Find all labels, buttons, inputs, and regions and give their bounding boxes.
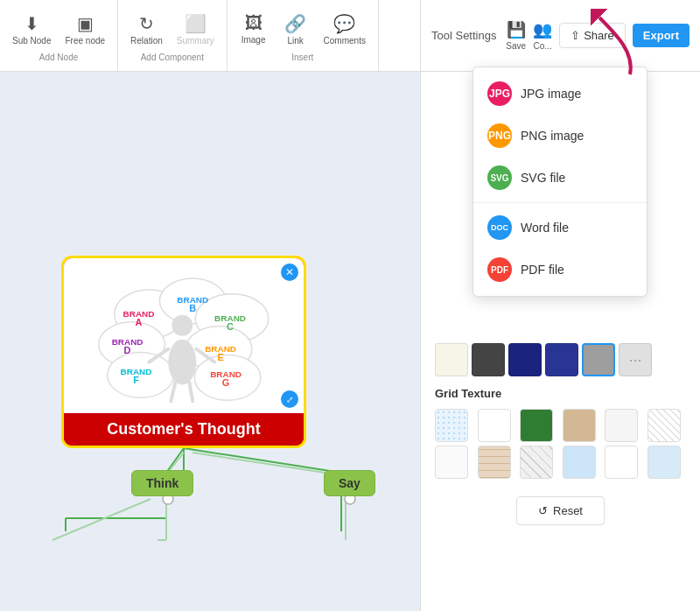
free-node-button[interactable]: ▣ Free node: [60, 10, 110, 49]
svg-text:D: D: [123, 344, 130, 355]
texture-1[interactable]: [435, 409, 468, 442]
svg-icon: SVG: [487, 165, 512, 190]
image-button[interactable]: 🖼 Image: [234, 10, 273, 48]
node-close-button[interactable]: ✕: [281, 263, 298, 281]
swatch-dark[interactable]: [472, 343, 505, 376]
texture-6[interactable]: [648, 409, 681, 442]
reset-label: Reset: [553, 504, 583, 517]
tool-settings-title: Tool Settings: [431, 29, 496, 42]
color-swatches: ···: [435, 343, 686, 376]
image-icon: 🖼: [245, 13, 262, 33]
swatch-darkblue[interactable]: [545, 343, 578, 376]
node-image-area: ✕ BRAND: [64, 258, 304, 413]
svg-text:B: B: [189, 303, 196, 313]
pdf-icon: PDF: [487, 257, 512, 282]
swatch-beige[interactable]: [435, 343, 468, 376]
texture-5[interactable]: [605, 409, 638, 442]
texture-9[interactable]: [520, 446, 553, 479]
svg-text:C: C: [227, 321, 234, 332]
word-icon: DOC: [487, 215, 512, 240]
add-component-section: ↻ Relation ⬜ Summary Add Component: [118, 0, 228, 71]
co-label: Co...: [534, 41, 552, 51]
png-icon: PNG: [487, 123, 512, 148]
svg-line-20: [189, 382, 192, 401]
svg-line-19: [171, 382, 175, 401]
svg-line-36: [192, 453, 337, 474]
svg-line-2: [184, 448, 341, 473]
reset-icon: ↺: [538, 504, 548, 517]
comments-label: Comments: [324, 36, 366, 46]
free-node-label: Free node: [65, 36, 105, 46]
canvas-area: ✕ BRAND: [0, 72, 420, 611]
export-dropdown: JPG JPG image PNG PNG image SVG SVG file…: [472, 67, 648, 297]
right-panel: Tool Settings 💾 Save 👥 Co... ⇧ Share Exp…: [420, 0, 700, 611]
texture-12[interactable]: [648, 446, 681, 479]
swatch-more[interactable]: ···: [619, 343, 652, 376]
link-button[interactable]: 🔗 Link: [276, 10, 315, 49]
texture-8[interactable]: [478, 446, 511, 479]
comments-button[interactable]: 💬 Comments: [318, 10, 371, 49]
share-icon: ⇧: [570, 29, 580, 42]
jpg-icon: JPG: [487, 81, 512, 106]
texture-grid: [435, 409, 686, 479]
reset-button[interactable]: ↺ Reset: [516, 496, 605, 525]
export-pdf-item[interactable]: PDF PDF file: [473, 249, 647, 291]
panel-content: ··· Grid Texture ↺ Reset: [421, 333, 700, 543]
texture-11[interactable]: [605, 446, 638, 479]
sub-node-button[interactable]: ⬇ Sub Node: [7, 10, 56, 49]
svg-point-15: [172, 315, 192, 336]
save-icon: 💾: [507, 20, 526, 39]
comments-icon: 💬: [333, 13, 355, 34]
tool-settings-header: Tool Settings 💾 Save 👥 Co... ⇧ Share Exp…: [421, 0, 700, 72]
add-component-title: Add Component: [141, 53, 204, 62]
image-label: Image: [242, 35, 266, 45]
co-icon: 👥: [533, 20, 552, 39]
link-label: Link: [287, 36, 303, 46]
texture-4[interactable]: [563, 409, 596, 442]
texture-10[interactable]: [563, 446, 596, 479]
relation-label: Relation: [130, 36, 163, 46]
insert-section: 🖼 Image 🔗 Link 💬 Comments Insert: [228, 0, 379, 71]
svg-line-1: [166, 448, 184, 473]
summary-label: Summary: [177, 36, 214, 46]
reset-container: ↺ Reset: [435, 489, 686, 532]
link-icon: 🔗: [284, 13, 306, 34]
main-node-label: Customer's Thought: [64, 413, 304, 446]
export-png-item[interactable]: PNG PNG image: [473, 115, 647, 157]
export-word-item[interactable]: DOC Word file: [473, 207, 647, 249]
free-node-icon: ▣: [77, 13, 94, 34]
add-node-title: Add Node: [39, 53, 78, 62]
grid-texture-title: Grid Texture: [435, 387, 686, 400]
texture-3[interactable]: [520, 409, 553, 442]
relation-icon: ↻: [139, 13, 154, 34]
red-arrow: [591, 9, 643, 82]
swatch-navy[interactable]: [508, 343, 542, 376]
say-node[interactable]: Say: [324, 470, 375, 496]
export-svg-item[interactable]: SVG SVG file: [473, 157, 647, 199]
brand-cloud-image: BRAND A BRAND B BRAND C BRAND D BRAND E …: [76, 266, 292, 405]
summary-button[interactable]: ⬜ Summary: [172, 10, 220, 49]
sub-node-icon: ⬇: [24, 13, 39, 34]
svg-label: SVG file: [521, 171, 565, 185]
texture-7[interactable]: [435, 446, 468, 479]
summary-icon: ⬜: [185, 13, 206, 34]
jpg-label: JPG image: [521, 87, 581, 101]
relation-button[interactable]: ↻ Relation: [125, 10, 168, 49]
main-node[interactable]: ✕ BRAND: [61, 256, 306, 448]
swatch-gray[interactable]: [582, 343, 615, 376]
png-label: PNG image: [521, 129, 584, 143]
save-label: Save: [506, 41, 526, 51]
svg-text:G: G: [222, 377, 230, 388]
sub-node-label: Sub Node: [12, 36, 51, 46]
arrow-svg: [591, 9, 643, 79]
svg-text:E: E: [217, 351, 223, 362]
save-button[interactable]: 💾 Save: [506, 20, 526, 51]
export-label: Export: [643, 29, 679, 42]
svg-line-39: [52, 499, 150, 540]
think-node[interactable]: Think: [131, 470, 193, 496]
add-node-section: ⬇ Sub Node ▣ Free node Add Node: [0, 0, 118, 71]
pdf-label: PDF file: [521, 263, 564, 277]
node-expand-button[interactable]: ⤢: [281, 390, 298, 408]
texture-2[interactable]: [478, 409, 511, 442]
co-button[interactable]: 👥 Co...: [533, 20, 552, 51]
